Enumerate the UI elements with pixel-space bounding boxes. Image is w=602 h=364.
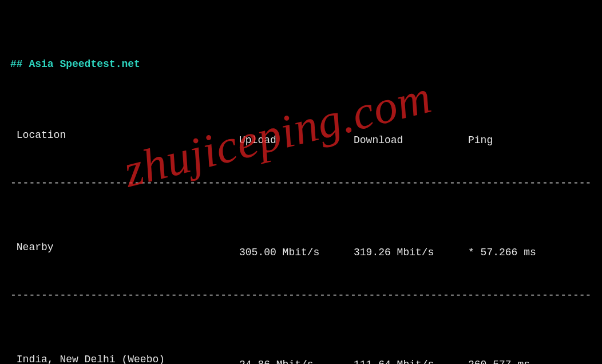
nearby-upload: 305.00 Mbit/s (239, 244, 354, 260)
table-row: India, New Delhi (Weebo)24.86 Mbit/s111.… (10, 351, 592, 364)
nearby-location: Nearby (10, 239, 239, 255)
terminal-output: ## Asia Speedtest.net LocationUploadDown… (0, 0, 602, 364)
cell-upload: 24.86 Mbit/s (239, 357, 354, 364)
results-list: India, New Delhi (Weebo)24.86 Mbit/s111.… (10, 351, 592, 364)
col-header-ping: Ping (468, 132, 493, 148)
nearby-download: 319.26 Mbit/s (354, 244, 468, 260)
nearby-row: Nearby305.00 Mbit/s319.26 Mbit/s* 57.266… (10, 239, 592, 255)
cell-ping: 260.577 ms (468, 357, 530, 364)
col-header-upload: Upload (239, 132, 354, 148)
header-row: LocationUploadDownloadPing (10, 127, 592, 143)
col-header-download: Download (354, 132, 468, 148)
cell-location: India, New Delhi (Weebo) (10, 351, 239, 364)
section-title: ## Asia Speedtest.net (10, 56, 592, 72)
divider-line: ----------------------------------------… (10, 175, 592, 191)
col-header-location: Location (10, 127, 239, 143)
cell-download: 111.64 Mbit/s (354, 357, 468, 364)
divider-line: ----------------------------------------… (10, 287, 592, 303)
nearby-ping: * 57.266 ms (468, 244, 536, 260)
